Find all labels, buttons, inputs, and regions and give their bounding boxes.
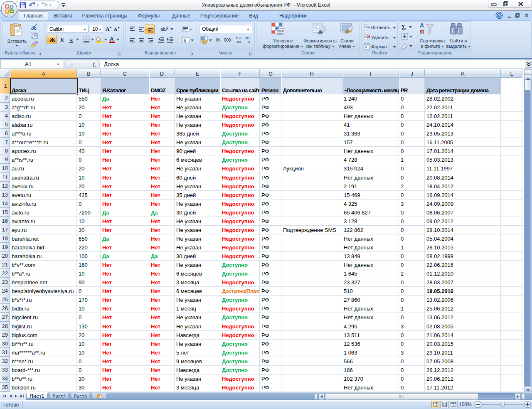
svg-text:000: 000 — [224, 38, 231, 42]
svg-text:К: К — [60, 37, 64, 43]
svg-text:,0: ,0 — [247, 40, 250, 44]
svg-text:%: % — [216, 37, 221, 43]
svg-text:Я: Я — [420, 29, 424, 35]
svg-text:,0: ,0 — [239, 36, 241, 40]
svg-text:ab: ab — [160, 27, 165, 32]
svg-text:Σ: Σ — [401, 24, 406, 31]
svg-text:A: A — [106, 26, 110, 32]
svg-text:?: ? — [498, 13, 500, 18]
svg-text:,00: ,00 — [245, 36, 250, 40]
svg-text:,00: ,00 — [236, 40, 241, 44]
svg-text:A: A — [110, 36, 114, 42]
svg-text:a: a — [184, 38, 186, 42]
svg-text:A: A — [114, 27, 117, 32]
svg-text:Ч: Ч — [69, 37, 73, 43]
svg-text:Ж: Ж — [49, 37, 55, 43]
svg-text:А: А — [420, 22, 424, 29]
